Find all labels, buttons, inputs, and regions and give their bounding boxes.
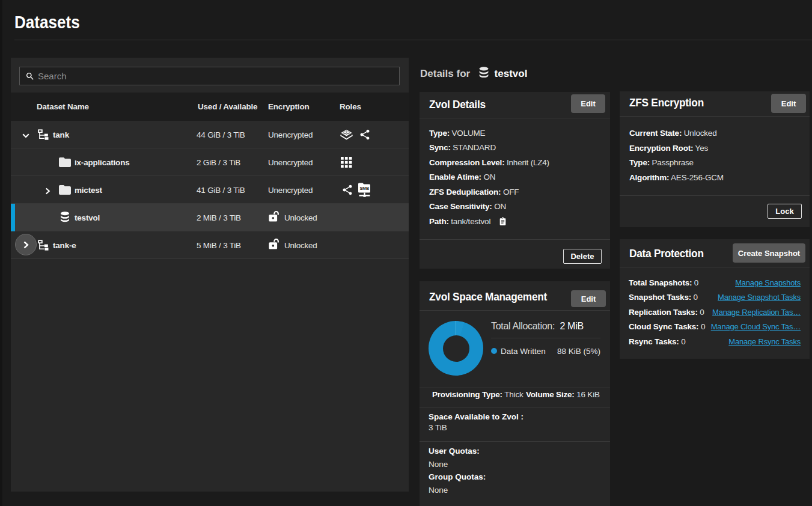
svg-text:SMB: SMB	[359, 186, 369, 191]
